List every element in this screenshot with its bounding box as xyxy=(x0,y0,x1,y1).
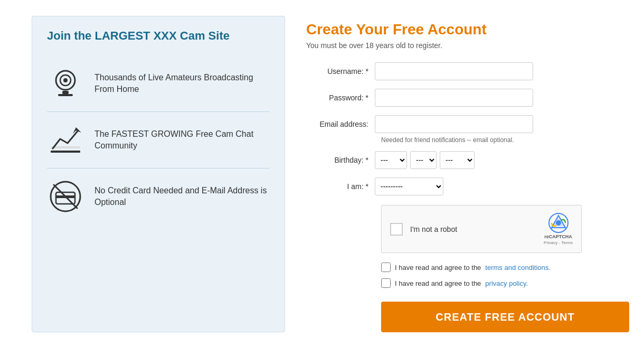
privacy-checkbox[interactable] xyxy=(381,278,391,288)
birthday-label: Birthday: * xyxy=(306,156,375,164)
left-panel: Join the LARGEST XXX Cam Site Thousands … xyxy=(32,16,285,332)
svg-point-13 xyxy=(556,220,561,226)
feature-no-card-text: No Credit Card Needed and E-Mail Address… xyxy=(94,185,270,209)
recaptcha-links: Privacy - Terms xyxy=(544,240,573,245)
birthday-row: Birthday: * --- JanFebMar AprMayJun JulA… xyxy=(306,151,629,169)
privacy-link[interactable]: privacy policy. xyxy=(485,279,528,287)
svg-rect-3 xyxy=(62,91,69,94)
iam-label: I am: * xyxy=(306,182,375,191)
panel-title: Join the LARGEST XXX Cam Site xyxy=(47,29,270,43)
terms-row: I have read and agree to the terms and c… xyxy=(381,263,629,272)
iam-row: I am: * --------- Male Female Couple Tra… xyxy=(306,177,629,195)
growth-icon xyxy=(47,121,84,158)
page-wrapper: Join the LARGEST XXX Cam Site Thousands … xyxy=(32,11,612,332)
birthday-month-select[interactable]: --- JanFebMar AprMayJun JulAugSep OctNov… xyxy=(375,151,407,169)
form-subtitle: You must be over 18 years old to registe… xyxy=(306,41,629,50)
privacy-row: I have read and agree to the privacy pol… xyxy=(381,278,629,288)
webcam-icon xyxy=(47,65,84,102)
password-row: Password: * xyxy=(306,89,629,107)
recaptcha-brand: reCAPTCHA xyxy=(544,234,572,239)
terms-checkbox[interactable] xyxy=(381,263,391,272)
svg-rect-5 xyxy=(51,151,80,153)
recaptcha-right: reCAPTCHA Privacy - Terms xyxy=(544,213,573,245)
feature-growth: The FASTEST GROWING Free Cam Chat Commun… xyxy=(47,112,270,169)
birthday-day-select[interactable]: --- 12345 678910 1112131415 1617181920 2… xyxy=(410,151,437,169)
email-hint: Needed for friend notifications -- email… xyxy=(381,136,629,144)
svg-rect-4 xyxy=(58,94,73,96)
svg-point-2 xyxy=(63,78,68,82)
username-input[interactable] xyxy=(375,62,533,80)
privacy-prefix: I have read and agree to the xyxy=(395,279,481,287)
password-label: Password: * xyxy=(306,93,375,102)
submit-button[interactable]: CREATE FREE ACCOUNT xyxy=(381,302,629,332)
feature-no-card: No Credit Card Needed and E-Mail Address… xyxy=(47,169,270,225)
terms-prefix: I have read and agree to the xyxy=(395,264,481,272)
feature-growth-text: The FASTEST GROWING Free Cam Chat Commun… xyxy=(94,128,270,152)
feature-webcam-text: Thousands of Live Amateurs Broadcasting … xyxy=(94,72,270,96)
recaptcha-left: I'm not a robot xyxy=(390,223,457,236)
email-label: Email address: xyxy=(306,120,375,128)
feature-webcam: Thousands of Live Amateurs Broadcasting … xyxy=(47,55,270,112)
email-row: Email address: xyxy=(306,115,629,133)
right-panel: Create Your Free Account You must be ove… xyxy=(306,16,629,332)
username-label: Username: * xyxy=(306,67,375,76)
birthday-year-select[interactable]: --- 202620252024202320222021202020192018… xyxy=(440,151,475,169)
recaptcha-logo-icon xyxy=(548,213,569,233)
password-input[interactable] xyxy=(375,89,533,107)
form-title: Create Your Free Account xyxy=(306,21,629,38)
terms-link[interactable]: terms and conditions. xyxy=(485,264,551,272)
recaptcha-text: I'm not a robot xyxy=(410,225,457,233)
recaptcha-box: I'm not a robot reCAPTCHA Privacy - Term… xyxy=(381,205,582,253)
recaptcha-checkbox[interactable] xyxy=(390,223,403,236)
iam-select[interactable]: --------- Male Female Couple Trans xyxy=(375,177,443,195)
username-row: Username: * xyxy=(306,62,629,80)
email-input[interactable] xyxy=(375,115,533,133)
birthday-selects: --- JanFebMar AprMayJun JulAugSep OctNov… xyxy=(375,151,475,169)
no-card-icon xyxy=(47,178,84,215)
